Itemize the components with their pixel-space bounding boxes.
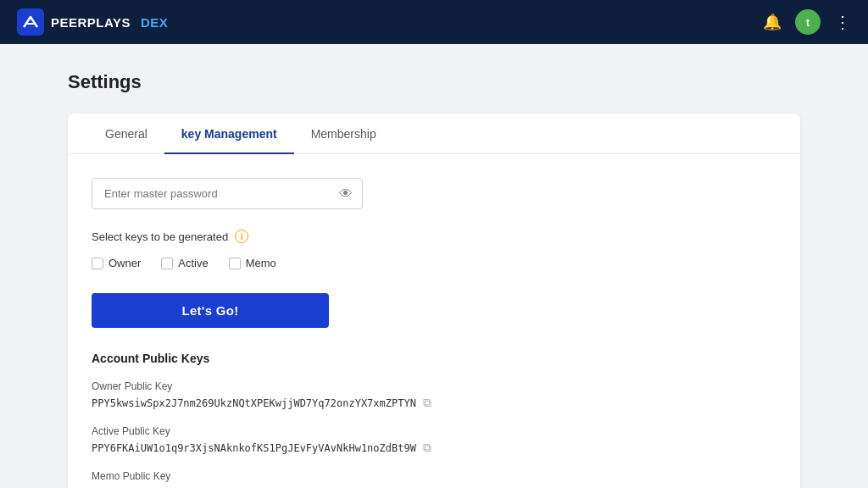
tab-membership[interactable]: Membership [294,114,393,154]
active-key-row: PPY6FKAiUW1o1q9r3XjsNAknkofKS1PgJEvFyVAv… [92,441,776,455]
account-public-keys-title: Account Public Keys [92,352,776,365]
active-key-label: Active Public Key [92,425,776,437]
checkbox-active-label: Active [178,257,208,269]
avatar[interactable]: t [795,9,821,35]
copy-active-key-icon[interactable]: ⧉ [423,441,431,455]
owner-key-value: PPY5kwsiwSpx2J7nm269UkzNQtXPEKwjjWD7Yq72… [92,397,416,409]
toggle-password-icon[interactable]: 👁 [339,186,353,202]
brand-area: PEERPLAYS DEX [17,8,168,36]
checkbox-active[interactable]: Active [161,257,208,269]
memo-key-group: Memo Public Key PPY7pFMgWkMyn9CCXzMjyPP5… [92,470,776,488]
checkbox-memo-label: Memo [246,257,276,269]
master-password-input[interactable] [92,178,363,209]
memo-key-label: Memo Public Key [92,470,776,482]
brand-name: PEERPLAYS [51,15,131,30]
owner-key-row: PPY5kwsiwSpx2J7nm269UkzNQtXPEKwjjWD7Yq72… [92,396,776,410]
active-key-group: Active Public Key PPY6FKAiUW1o1q9r3XjsNA… [92,425,776,455]
checkbox-active-box[interactable] [161,258,173,269]
owner-key-label: Owner Public Key [92,380,776,392]
password-input-wrapper: 👁 [92,178,363,209]
app-header: PEERPLAYS DEX 🔔 t ⋮ [0,0,868,44]
select-keys-text: Select keys to be generated [92,230,228,243]
header-actions: 🔔 t ⋮ [763,9,851,35]
checkbox-memo-box[interactable] [229,258,241,269]
svg-rect-0 [17,8,44,36]
page-title: Settings [68,71,800,93]
tab-bar: General key Management Membership [68,114,800,154]
checkbox-memo[interactable]: Memo [229,257,276,269]
active-key-value: PPY6FKAiUW1o1q9r3XjsNAknkofKS1PgJEvFyVAv… [92,442,416,454]
page-content: Settings General key Management Membersh… [0,44,868,488]
settings-card: General key Management Membership 👁 Sele… [68,114,800,488]
select-keys-label-row: Select keys to be generated i [92,230,776,243]
bell-icon[interactable]: 🔔 [763,13,782,31]
tab-content-key-management: 👁 Select keys to be generated i Owner Ac… [68,154,800,488]
more-menu-icon[interactable]: ⋮ [834,12,851,32]
tab-general[interactable]: General [88,114,164,154]
copy-owner-key-icon[interactable]: ⧉ [423,396,431,410]
checkbox-owner-label: Owner [108,257,141,269]
checkbox-owner[interactable]: Owner [92,257,141,269]
info-icon[interactable]: i [235,230,248,243]
logo-icon [17,8,44,36]
lets-go-button[interactable]: Let's Go! [92,293,329,328]
tab-key-management[interactable]: key Management [164,114,294,154]
owner-key-group: Owner Public Key PPY5kwsiwSpx2J7nm269Ukz… [92,380,776,410]
checkbox-owner-box[interactable] [92,258,103,269]
brand-dex: DEX [141,15,168,30]
key-type-checkboxes: Owner Active Memo [92,257,776,269]
